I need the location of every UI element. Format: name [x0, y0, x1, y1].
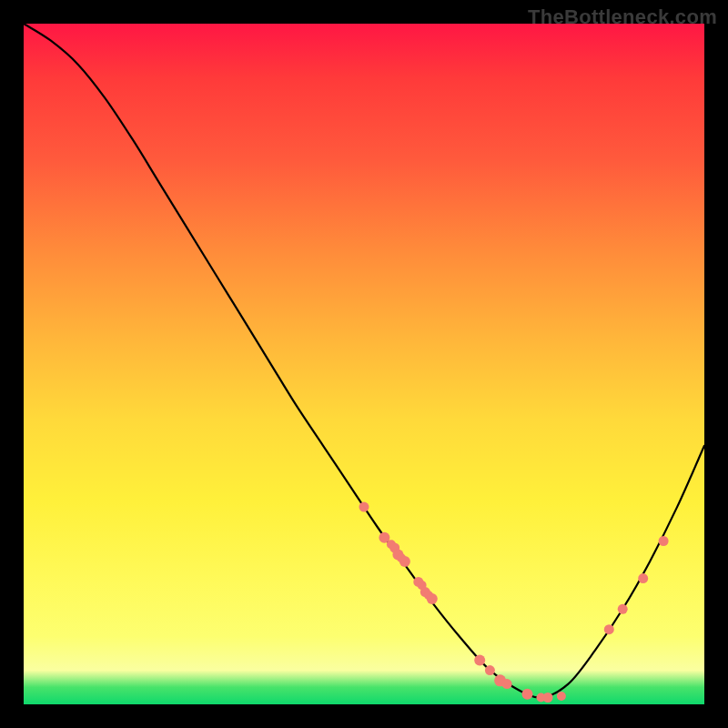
curve-data-points [359, 502, 669, 703]
bottleneck-curve [24, 24, 704, 698]
data-point [522, 689, 533, 700]
chart-svg [24, 24, 704, 704]
data-point [638, 573, 648, 583]
data-point [618, 604, 628, 614]
data-point [604, 624, 614, 634]
data-point [359, 502, 369, 512]
data-point [474, 654, 485, 665]
data-point [502, 679, 512, 689]
data-point [543, 693, 553, 703]
data-point [485, 665, 495, 675]
data-point [659, 536, 669, 546]
data-point [399, 556, 410, 567]
data-point [427, 593, 438, 604]
data-point [557, 692, 566, 701]
